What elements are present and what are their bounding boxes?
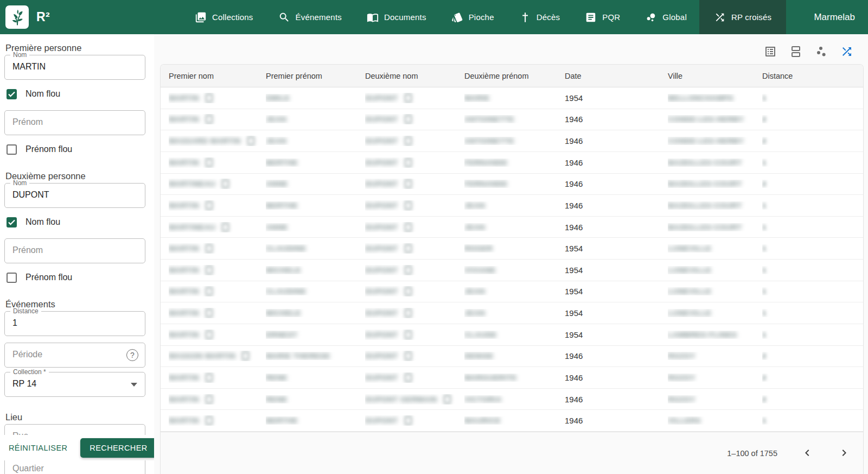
table-row[interactable]: MARTIN EMILE DUPONT MARIE 1954 BELLONCHA… xyxy=(161,87,863,109)
place-title: Lieu xyxy=(5,411,145,423)
split-rows-view-icon[interactable] xyxy=(789,45,802,58)
redacted-name: MARTIN xyxy=(169,416,199,425)
user-menu[interactable]: Marmelab xyxy=(814,0,855,34)
premier-prenom-cell: ANNE xyxy=(266,180,365,188)
reset-button[interactable]: RÉINITIALISER xyxy=(5,439,71,457)
ville-cell: LUNEVILLE xyxy=(668,244,762,252)
nav-label: RP croisés xyxy=(731,12,771,22)
table-row[interactable]: MARTIN ERNEST DUPONT CLAUDE 1954 LAMBRES… xyxy=(161,324,863,346)
help-icon[interactable]: ? xyxy=(126,349,138,361)
distance-cell: 2 xyxy=(762,352,863,360)
table-row[interactable]: MARTINEAU ANNE DUPONT JEAN 1946 BAZEILLE… xyxy=(161,217,863,238)
date-cell: 1954 xyxy=(565,287,668,296)
deuxieme-prenom-cell: ANTOINETTE xyxy=(464,115,565,123)
premier-nom-cell: MARTIN xyxy=(169,157,266,168)
table-row[interactable]: MARTIN BERTHE DUPONT JEAN 1946 BAZEILLES… xyxy=(161,195,863,217)
checkbox-label: Prénom flou xyxy=(25,273,72,282)
second-person-prenom-flou-checkbox[interactable]: Prénom flou xyxy=(7,271,145,284)
search-button[interactable]: RECHERCHER xyxy=(80,438,154,458)
redacted-action-icon xyxy=(404,114,412,124)
redacted-action-icon xyxy=(205,114,213,124)
first-person-nom-field[interactable]: Nom MARTIN xyxy=(4,55,145,80)
nav-item-deces[interactable]: Décès xyxy=(507,0,573,34)
table-row[interactable]: MARTIN CLAUDINE DUPONT ROGER 1954 LUNEVI… xyxy=(161,238,863,260)
deuxieme-prenom-cell: MAURICE xyxy=(464,416,565,425)
ville-cell: ROZOY xyxy=(668,395,762,403)
nav-item-global[interactable]: Global xyxy=(633,0,699,34)
table-row[interactable]: MARTINEAU ANNE DUPONT FERNANDE 1946 BAZE… xyxy=(161,174,863,195)
periode-field[interactable]: Période ? xyxy=(4,343,145,368)
redacted-distance: 1 xyxy=(762,416,767,425)
ville-cell: BAZEILLES-COURT xyxy=(668,201,762,210)
distance-field[interactable]: Distance 1 xyxy=(4,311,145,336)
nav-item-evenements[interactable]: Événements xyxy=(266,0,354,34)
redacted-name: DUPONT xyxy=(365,137,398,145)
nav-item-pqr[interactable]: PQR xyxy=(572,0,633,34)
deuxieme-nom-cell: DUPONT xyxy=(365,243,464,254)
second-person-nom-flou-checkbox[interactable]: Nom flou xyxy=(7,216,145,229)
redacted-name: MASSARD MARTIN xyxy=(169,137,241,145)
checkbox-label: Nom flou xyxy=(25,89,60,99)
date-cell: 1946 xyxy=(565,115,668,124)
redacted-name: ERNEST xyxy=(266,331,297,339)
checkbox-unchecked-icon xyxy=(7,144,17,155)
nav-item-pioche[interactable]: Pioche xyxy=(439,0,507,34)
previous-page-button[interactable] xyxy=(800,446,814,460)
scatter-view-icon[interactable] xyxy=(815,45,828,58)
redacted-city: LUNEVILLE xyxy=(668,266,711,274)
redacted-distance: 2 xyxy=(762,137,767,145)
nav-item-collections[interactable]: Collections xyxy=(182,0,266,34)
redacted-city: ROZOY xyxy=(668,395,695,403)
table-row[interactable]: MARTIN MICHELE DUPONT VIVIANE 1954 LUNEV… xyxy=(161,260,863,281)
premier-nom-cell: MARTIN xyxy=(169,114,266,124)
table-row[interactable]: MARTIN CLAUDINE DUPONT JEAN 1954 LUNEVIL… xyxy=(161,281,863,303)
nav-item-rp-croises[interactable]: RP croisés xyxy=(699,0,786,34)
redacted-name: MARIE xyxy=(464,94,490,102)
date-cell: 1946 xyxy=(565,223,668,232)
premier-nom-cell: MARTIN xyxy=(169,394,266,405)
article-icon xyxy=(585,11,597,23)
distance-cell: 2 xyxy=(762,137,863,145)
second-person-prenom-field[interactable]: Prénom xyxy=(4,238,145,263)
second-person-nom-field[interactable]: Nom DUPONT xyxy=(4,183,145,208)
table-row[interactable]: MASSARD MARTIN JEAN DUPONT ANTOINETTE 19… xyxy=(161,130,863,152)
nav-item-documents[interactable]: Documents xyxy=(354,0,439,34)
redacted-name: DUPONT GERMAIN xyxy=(365,395,437,403)
table-row[interactable]: MARTIN BERTHE DUPONT FERNANDE 1946 BAZEI… xyxy=(161,152,863,174)
list-view-icon[interactable] xyxy=(764,45,777,58)
table-row[interactable]: MARTIN MICHELE DUPONT JEAN 1954 LUNEVILL… xyxy=(161,302,863,324)
first-person-prenom-field[interactable]: Prénom xyxy=(4,110,145,135)
date-cell: 1954 xyxy=(565,93,668,103)
first-person-nom-flou-checkbox[interactable]: Nom flou xyxy=(7,87,145,100)
ville-cell: VILLERS xyxy=(668,416,762,425)
date-cell: 1954 xyxy=(565,330,668,339)
redacted-name: VICTORIA xyxy=(464,395,502,403)
first-person-prenom-flou-checkbox[interactable]: Prénom flou xyxy=(7,143,145,156)
ville-cell: LUNEVILLE xyxy=(668,309,762,317)
deuxieme-prenom-cell: ROGER xyxy=(464,244,565,252)
redacted-name: MARGUERITE xyxy=(464,374,517,382)
premier-nom-cell: MARTIN xyxy=(169,265,266,275)
redacted-name: BERTHE xyxy=(266,416,298,425)
table-row[interactable]: MARTIN BERTHE DUPONT MAURICE 1946 VILLER… xyxy=(161,410,863,432)
checkbox-unchecked-icon xyxy=(7,273,17,283)
next-page-button[interactable] xyxy=(837,446,851,460)
app-header: R² Collections Événements Documents Pioc… xyxy=(0,0,868,34)
deuxieme-nom-cell: DUPONT xyxy=(365,415,464,426)
crossed-view-icon[interactable] xyxy=(840,45,853,58)
redacted-distance: 1 xyxy=(762,159,767,167)
table-row[interactable]: MARTIN RENE DUPONT GERMAIN VICTORIA 1946… xyxy=(161,389,863,410)
table-row[interactable]: MASSON MARTIN MARIE THERESE DUPONT DENIS… xyxy=(161,346,863,368)
ville-cell: BAZEILLES-COURT xyxy=(668,180,762,188)
redacted-name: MASSON MARTIN xyxy=(169,352,235,360)
checkbox-checked-icon xyxy=(7,217,17,227)
table-row[interactable]: MARTIN RENE DUPONT MARGUERITE 1946 ROZOY… xyxy=(161,367,863,389)
redacted-name: DUPONT xyxy=(365,201,398,210)
collections-icon xyxy=(195,11,207,23)
chevron-down-icon xyxy=(131,383,137,387)
deuxieme-nom-cell: DUPONT xyxy=(365,308,464,318)
premier-nom-cell: MARTIN xyxy=(169,372,266,383)
collection-select[interactable]: Collection * RP 14 xyxy=(4,372,145,397)
redacted-name: BERTHE xyxy=(266,201,298,210)
table-row[interactable]: MARTIN JEAN DUPONT ANTOINETTE 1946 CONDE… xyxy=(161,109,863,131)
